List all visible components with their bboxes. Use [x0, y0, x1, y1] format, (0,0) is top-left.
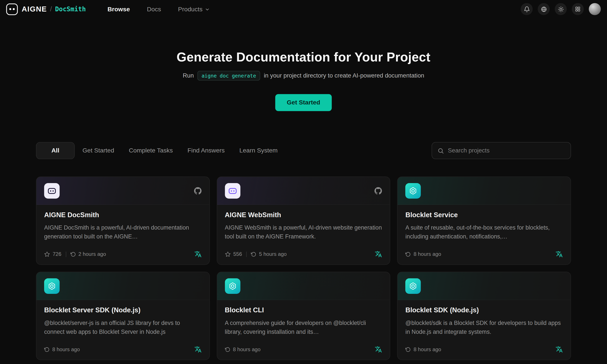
updated-time: 2 hours ago	[70, 251, 106, 257]
card-body: AIGNE DocSmith AIGNE DocSmith is a power…	[37, 205, 209, 241]
card-title: AIGNE WebSmith	[225, 211, 382, 219]
card-footer: 8 hours ago	[37, 346, 209, 360]
page: AIGNE / DocSmith Browse Docs Products	[0, 0, 607, 364]
updated-time: 8 hours ago	[225, 346, 261, 352]
tab-complete-tasks[interactable]: Complete Tasks	[129, 147, 173, 154]
github-icon[interactable]	[375, 187, 382, 195]
star-count: 556	[225, 251, 242, 257]
aigne-robot-app-icon	[225, 183, 240, 198]
aigne-robot-app-icon	[44, 183, 60, 198]
bell-icon	[524, 6, 530, 12]
aigne-robot-logo-icon	[6, 3, 18, 15]
project-card-blocklet-sdk[interactable]: Blocklet SDK (Node.js) @blocklet/sdk is …	[397, 272, 571, 360]
get-started-button[interactable]: Get Started	[275, 94, 332, 111]
card-body: Blocklet Service A suite of reusable, ou…	[398, 205, 570, 241]
project-card-blocklet-cli[interactable]: Blocklet CLI A comprehensive guide for d…	[217, 272, 390, 360]
card-title: Blocklet Service	[405, 211, 563, 219]
tab-find-answers[interactable]: Find Answers	[187, 147, 225, 154]
translate-icon[interactable]	[194, 250, 202, 258]
nav-item-products-label: Products	[178, 6, 203, 13]
refresh-icon	[251, 251, 256, 257]
refresh-icon	[44, 347, 50, 352]
card-description: AIGNE DocSmith is a powerful, AI-driven …	[44, 223, 202, 241]
card-body: Blocklet SDK (Node.js) @blocklet/sdk is …	[398, 300, 570, 336]
nav-item-browse[interactable]: Browse	[107, 6, 130, 13]
card-title: Blocklet Server SDK (Node.js)	[44, 306, 202, 314]
globe-icon	[541, 6, 547, 12]
project-card-aigne-websmith[interactable]: AIGNE WebSmith AIGNE WebSmith is a power…	[217, 177, 390, 265]
search-icon	[437, 147, 444, 154]
main-nav: Browse Docs Products	[107, 6, 210, 13]
translate-icon[interactable]	[555, 250, 563, 258]
brand-product-name: DocSmith	[55, 5, 86, 13]
brand-name: AIGNE	[22, 5, 47, 13]
card-footer: 8 hours ago	[217, 346, 390, 360]
card-description: @blocklet/server-js is an official JS li…	[44, 318, 202, 336]
card-banner	[398, 272, 570, 300]
star-icon	[44, 251, 50, 257]
user-avatar[interactable]	[589, 3, 601, 15]
main-content: All Get Started Complete Tasks Find Answ…	[36, 142, 571, 360]
nav-item-docs[interactable]: Docs	[147, 6, 161, 13]
translate-icon[interactable]	[194, 346, 202, 353]
card-description: @blocklet/sdk is a Blocklet SDK for deve…	[405, 318, 563, 336]
language-button[interactable]	[538, 3, 550, 15]
card-title: Blocklet SDK (Node.js)	[405, 306, 563, 314]
card-description: AIGNE WebSmith is a powerful, AI-driven …	[225, 223, 382, 241]
card-footer: 8 hours ago	[398, 250, 570, 264]
chevron-down-icon	[205, 7, 210, 12]
card-body: AIGNE WebSmith AIGNE WebSmith is a power…	[217, 205, 390, 241]
card-title: Blocklet CLI	[225, 306, 382, 314]
card-body: Blocklet CLI A comprehensive guide for d…	[217, 300, 390, 336]
translate-icon[interactable]	[375, 346, 382, 353]
refresh-icon	[405, 347, 411, 352]
search-input[interactable]	[448, 147, 565, 154]
tab-list: Get Started Complete Tasks Find Answers …	[82, 147, 278, 154]
top-navigation-bar: AIGNE / DocSmith Browse Docs Products	[0, 0, 607, 18]
card-body: Blocklet Server SDK (Node.js) @blocklet/…	[37, 300, 209, 336]
card-banner	[37, 272, 209, 300]
page-title: Generate Documentation for Your Project	[0, 49, 607, 65]
card-banner	[37, 177, 209, 205]
blocklet-app-icon	[405, 183, 421, 198]
translate-icon[interactable]	[555, 346, 563, 353]
star-count: 726	[44, 251, 61, 257]
project-card-blocklet-server-sdk[interactable]: Blocklet Server SDK (Node.js) @blocklet/…	[36, 272, 210, 360]
card-banner	[398, 177, 570, 205]
theme-toggle-button[interactable]	[555, 3, 567, 15]
refresh-icon	[405, 251, 411, 257]
subtitle-prefix: Run	[183, 72, 194, 79]
card-footer: 726 2 hours ago	[37, 250, 209, 264]
header-actions	[521, 3, 601, 15]
tab-all[interactable]: All	[36, 142, 75, 159]
sun-icon	[558, 6, 564, 12]
apps-launcher-button[interactable]	[572, 3, 584, 15]
updated-time: 8 hours ago	[405, 346, 441, 352]
project-card-aigne-docsmith[interactable]: AIGNE DocSmith AIGNE DocSmith is a power…	[36, 177, 210, 265]
project-grid: AIGNE DocSmith AIGNE DocSmith is a power…	[36, 177, 571, 360]
card-banner	[217, 177, 390, 205]
updated-time: 5 hours ago	[251, 251, 287, 257]
blocklet-app-icon	[405, 278, 421, 294]
divider	[65, 251, 66, 257]
refresh-icon	[70, 251, 76, 257]
updated-time: 8 hours ago	[44, 346, 80, 352]
hero-subtitle: Run aigne doc generate in your project d…	[0, 71, 607, 80]
notifications-button[interactable]	[521, 3, 532, 15]
card-title: AIGNE DocSmith	[44, 211, 202, 219]
tab-learn-system[interactable]: Learn System	[239, 147, 278, 154]
card-description: A comprehensive guide for developers on …	[225, 318, 382, 336]
project-card-blocklet-service[interactable]: Blocklet Service A suite of reusable, ou…	[397, 177, 571, 265]
tab-get-started[interactable]: Get Started	[82, 147, 114, 154]
cli-command-chip: aigne doc generate	[197, 71, 260, 80]
github-icon[interactable]	[194, 187, 202, 195]
translate-icon[interactable]	[375, 250, 382, 258]
card-description: A suite of reusable, out-of-the-box serv…	[405, 223, 563, 241]
brand-logo[interactable]: AIGNE / DocSmith	[6, 3, 86, 15]
blocklet-app-icon	[225, 278, 240, 294]
subtitle-suffix: in your project directory to create AI-p…	[264, 72, 424, 79]
nav-item-products[interactable]: Products	[178, 6, 210, 13]
brand-separator: /	[50, 5, 52, 13]
refresh-icon	[225, 347, 230, 352]
apps-grid-icon	[575, 6, 581, 12]
